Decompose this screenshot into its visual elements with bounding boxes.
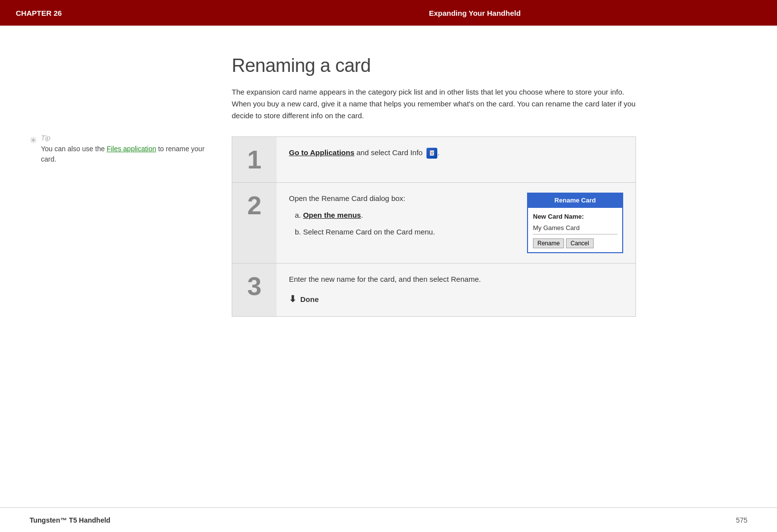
- step2-sub-b: b. Select Rename Card on the Card menu.: [295, 226, 512, 238]
- step-content-3: Enter the new name for the card, and the…: [277, 264, 636, 316]
- step-content-2: Open the Rename Card dialog box: a. Open…: [277, 183, 636, 263]
- footer-page-number: 575: [736, 516, 747, 524]
- page-heading: Renaming a card: [232, 55, 752, 76]
- tip-content: Tip You can also use the Files applicati…: [41, 134, 207, 165]
- step2-text: Open the Rename Card dialog box: a. Open…: [289, 193, 512, 238]
- sidebar: ✳ Tip You can also use the Files applica…: [0, 55, 227, 499]
- step2-intro: Open the Rename Card dialog box:: [289, 193, 512, 204]
- dialog-field-value[interactable]: My Games Card: [533, 223, 617, 235]
- dialog-field-label: New Card Name:: [533, 212, 617, 222]
- step-number-cell-3: 3: [232, 264, 277, 316]
- dialog-title: Rename Card: [528, 194, 622, 208]
- footer-brand-name: Tungsten™ T5: [30, 516, 77, 524]
- step-row-3: 3 Enter the new name for the card, and t…: [232, 264, 636, 316]
- step-content-1: Go to Applications and select Card Info …: [277, 137, 636, 182]
- dialog-rename-button[interactable]: Rename: [533, 238, 564, 248]
- step-number-cell-1: 1: [232, 137, 277, 182]
- tip-star-icon: ✳: [30, 135, 37, 146]
- tip-files-link[interactable]: Files application: [106, 145, 156, 153]
- chapter-title: Expanding Your Handheld: [188, 9, 761, 17]
- dialog-buttons: Rename Cancel: [533, 238, 617, 248]
- chapter-label: CHAPTER 26: [16, 9, 188, 17]
- dialog-cancel-button[interactable]: Cancel: [566, 238, 593, 248]
- step2-inner: Open the Rename Card dialog box: a. Open…: [289, 193, 623, 253]
- done-label: Done: [300, 294, 319, 305]
- step1-text-after: and select Card Info: [354, 148, 423, 157]
- header-bar: CHAPTER 26 Expanding Your Handheld: [0, 0, 777, 26]
- step-row-1: 1 Go to Applications and select Card Inf…: [232, 137, 636, 183]
- tip-label: Tip: [41, 134, 207, 142]
- tip-container: ✳ Tip You can also use the Files applica…: [30, 134, 207, 165]
- done-row: ⬇ Done: [289, 292, 623, 306]
- step-row-2: 2 Open the Rename Card dialog box: a. Op…: [232, 183, 636, 264]
- go-to-applications-link[interactable]: Go to Applications: [289, 148, 354, 157]
- steps-table: 1 Go to Applications and select Card Inf…: [232, 136, 636, 317]
- dialog-body: New Card Name: My Games Card Rename Canc…: [528, 208, 622, 253]
- step1-text: Go to Applications and select Card Info …: [289, 148, 440, 157]
- step-number-cell-2: 2: [232, 183, 277, 263]
- tip-text-before: You can also use the: [41, 145, 106, 153]
- footer: Tungsten™ T5 Handheld 575: [0, 507, 777, 532]
- footer-brand: Tungsten™ T5 Handheld: [30, 516, 110, 524]
- footer-brand-suffix: Handheld: [77, 516, 110, 524]
- content-area: Renaming a card The expansion card name …: [227, 55, 777, 499]
- step2-sub-a: a. Open the menus.: [295, 209, 512, 221]
- main-content: ✳ Tip You can also use the Files applica…: [0, 26, 777, 499]
- intro-text: The expansion card name appears in the c…: [232, 86, 636, 122]
- step-number-2: 2: [247, 193, 262, 218]
- step-number-3: 3: [247, 273, 262, 299]
- tip-text: You can also use the Files application t…: [41, 144, 207, 165]
- done-arrow-icon: ⬇: [289, 292, 296, 306]
- rename-card-dialog: Rename Card New Card Name: My Games Card…: [527, 193, 623, 253]
- step-number-1: 1: [247, 147, 262, 172]
- card-info-icon: 🃏: [426, 148, 437, 159]
- step3-text: Enter the new name for the card, and the…: [289, 273, 623, 285]
- open-menus-link[interactable]: Open the menus: [303, 211, 361, 219]
